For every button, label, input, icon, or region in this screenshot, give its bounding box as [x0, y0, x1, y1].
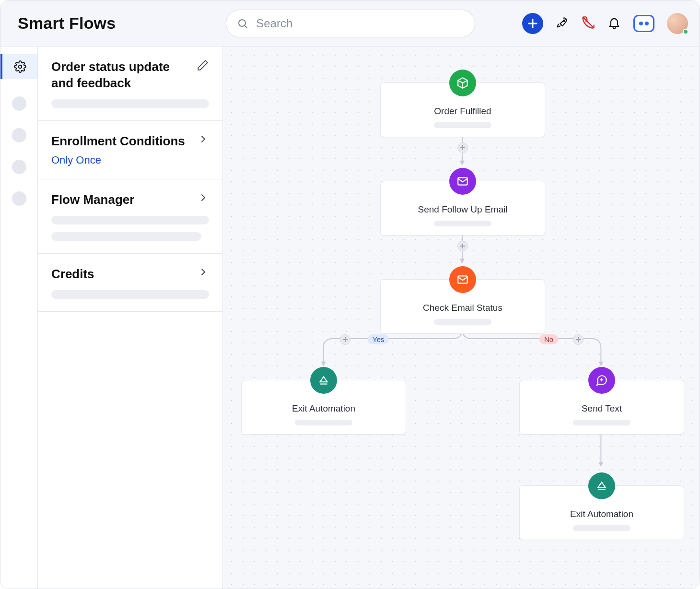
rail-item-placeholder[interactable]	[12, 191, 26, 206]
chevron-right-icon	[198, 192, 209, 203]
page-title: Smart Flows	[18, 14, 116, 33]
avatar[interactable]	[667, 13, 688, 34]
enrollment-frequency: Only Once	[51, 154, 209, 166]
phone-off-icon	[582, 16, 595, 29]
svg-point-6	[18, 65, 22, 69]
placeholder-line	[434, 221, 491, 226]
rail-item-settings[interactable]	[0, 54, 37, 79]
add-button[interactable]	[522, 13, 543, 34]
node-send-followup-email[interactable]: Send Follow Up Email	[380, 181, 545, 236]
add-step-button[interactable]	[573, 334, 583, 345]
placeholder-line	[573, 420, 630, 425]
sidebar-flow-manager[interactable]: Flow Manager	[38, 179, 222, 254]
node-exit-automation-yes[interactable]: Exit Automation	[241, 380, 406, 435]
search-icon	[237, 17, 248, 30]
search-input[interactable]	[255, 16, 464, 31]
node-check-email-status[interactable]: Check Email Status	[380, 279, 545, 334]
node-label: Exit Automation	[520, 509, 684, 519]
add-step-button[interactable]	[457, 241, 468, 251]
rocket-icon	[556, 16, 569, 29]
edit-flow-name-button[interactable]	[197, 59, 209, 71]
svg-marker-18	[320, 377, 327, 382]
placeholder-line	[51, 216, 209, 224]
topbar-actions	[522, 13, 688, 34]
presence-indicator-icon	[683, 29, 688, 35]
chat-icon	[588, 367, 615, 394]
add-step-button[interactable]	[340, 334, 350, 345]
branch-no-label: No	[539, 334, 558, 344]
node-label: Send Text	[520, 403, 684, 414]
gear-icon	[14, 60, 26, 73]
svg-marker-14	[598, 462, 603, 467]
rocket-button[interactable]	[556, 16, 569, 31]
rail-item-placeholder[interactable]	[12, 128, 26, 142]
sidebar-enrollment-conditions[interactable]: Enrollment Conditions Only Once	[38, 121, 222, 180]
svg-marker-13	[598, 362, 603, 366]
notifications-button[interactable]	[607, 16, 621, 31]
search-box[interactable]	[226, 10, 475, 37]
node-send-text[interactable]: Send Text	[519, 380, 684, 435]
bell-icon	[607, 16, 621, 29]
add-step-button[interactable]	[457, 142, 468, 153]
mail-icon	[449, 168, 476, 195]
placeholder-line	[51, 290, 209, 299]
section-title: Flow Manager	[51, 192, 134, 208]
sidebar-credits[interactable]: Credits	[38, 254, 222, 312]
placeholder-line	[295, 420, 352, 425]
eject-icon	[310, 367, 337, 394]
eject-icon	[588, 472, 615, 499]
node-label: Send Follow Up Email	[381, 204, 545, 215]
svg-line-1	[245, 25, 247, 27]
assistant-button[interactable]	[633, 15, 654, 32]
sidebar-flow-name-panel: Order status update and feedback	[38, 47, 222, 121]
svg-marker-10	[460, 161, 465, 165]
mail-icon	[449, 266, 476, 293]
branch-yes-label: Yes	[368, 334, 389, 344]
section-title: Enrollment Conditions	[51, 133, 185, 150]
assistant-dot-icon	[645, 22, 649, 25]
chevron-right-icon	[198, 266, 209, 278]
rail-item-placeholder[interactable]	[12, 160, 26, 174]
placeholder-line	[434, 122, 491, 128]
svg-marker-11	[460, 259, 465, 263]
placeholder-line	[434, 319, 491, 325]
section-title: Credits	[51, 266, 94, 283]
placeholder-line	[573, 525, 630, 531]
assistant-dot-icon	[639, 22, 643, 25]
node-label: Exit Automation	[242, 403, 406, 414]
node-label: Check Email Status	[381, 303, 545, 313]
cube-icon	[449, 70, 476, 96]
mute-call-button[interactable]	[582, 16, 595, 31]
placeholder-line	[51, 232, 201, 241]
nav-rail	[0, 47, 38, 589]
plus-icon	[526, 17, 539, 30]
placeholder-line	[51, 99, 209, 108]
rail-item-placeholder[interactable]	[12, 96, 26, 111]
svg-marker-12	[321, 362, 326, 366]
topbar: Smart Flows	[0, 0, 700, 47]
svg-marker-22	[598, 482, 605, 487]
chevron-right-icon	[198, 133, 209, 145]
node-order-fulfilled[interactable]: Order Fulfilled	[380, 82, 545, 137]
flow-canvas[interactable]: Yes No Order Fulfilled Send Follow Up Em…	[223, 47, 700, 589]
sidebar: Order status update and feedback Enrollm…	[38, 47, 223, 589]
node-label: Order Fulfilled	[381, 106, 545, 117]
flow-name: Order status update and feedback	[51, 59, 190, 92]
node-exit-automation-no[interactable]: Exit Automation	[519, 485, 684, 540]
